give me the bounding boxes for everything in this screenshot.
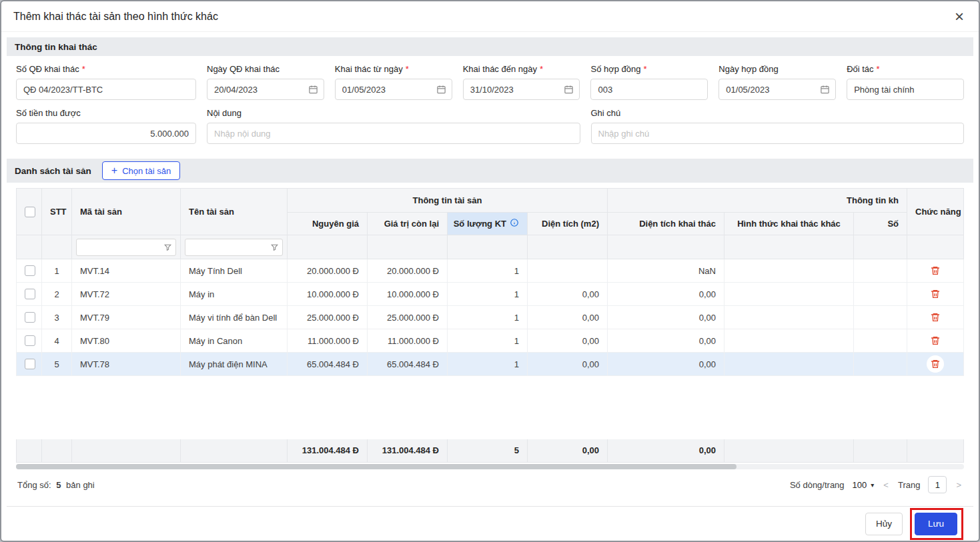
row-checkbox[interactable] — [25, 359, 35, 369]
table-row-selected: 5 MVT.78 Máy phát điện MINA 65.004.484 Đ… — [17, 353, 964, 376]
so-tien-thu-duoc-input[interactable] — [16, 123, 196, 144]
save-button[interactable]: Lưu — [915, 513, 957, 535]
ghi-chu-input[interactable] — [591, 123, 965, 144]
delete-row-button[interactable] — [927, 355, 944, 373]
filter-funnel-icon[interactable] — [270, 243, 279, 251]
required-asterisk — [406, 64, 409, 74]
header-nguyen-gia: Nguyên giá — [288, 213, 368, 235]
select-all-checkbox[interactable] — [25, 207, 35, 217]
ngay-hop-dong-input[interactable] — [718, 79, 836, 100]
cell-name: Máy vi tính để bàn Dell — [181, 306, 288, 329]
summary-cost: 131.004.484 Đ — [288, 439, 368, 463]
filter-ma-tai-san-input[interactable] — [76, 239, 176, 256]
prev-page-button[interactable]: < — [882, 480, 890, 490]
calendar-icon[interactable] — [308, 85, 318, 95]
cell-other-form — [724, 329, 854, 353]
delete-row-button[interactable] — [927, 285, 944, 303]
field-so-hop-dong: Số hợp đồng — [590, 64, 708, 100]
field-label: Ngày hợp đồng — [718, 64, 778, 74]
rows-per-page-value: 100 — [853, 480, 867, 490]
exploitation-form: Số QĐ khai thác Ngày QĐ khai thác Khai t… — [7, 56, 973, 155]
modal-header: Thêm khai thác tài sản theo hình thức kh… — [1, 1, 979, 32]
rows-per-page-select[interactable]: 100 ▾ — [853, 480, 875, 490]
row-checkbox[interactable] — [25, 312, 35, 323]
current-page-box[interactable]: 1 — [928, 476, 947, 493]
cell-qty: 1 — [448, 353, 528, 376]
table-row: 1 MVT.14 Máy Tính Dell 20.000.000 Đ 20.0… — [17, 259, 964, 283]
calendar-icon[interactable] — [436, 85, 446, 95]
row-checkbox[interactable] — [25, 289, 35, 299]
cell-extra — [854, 329, 907, 353]
row-checkbox[interactable] — [25, 265, 35, 276]
field-label: Đối tác — [847, 64, 873, 74]
assets-table-area: STT Mã tài sản Tên tài sản Thông tin tài… — [7, 188, 973, 463]
header-so-luong-kt: Số lượng KT — [448, 213, 528, 235]
cell-other-form — [724, 259, 854, 283]
cell-other-form — [724, 306, 854, 329]
ngay-qd-khai-thac-input[interactable] — [207, 79, 324, 100]
khai-thac-den-ngay-input[interactable] — [463, 79, 580, 100]
calendar-icon[interactable] — [820, 85, 830, 95]
table-row: 2 MVT.72 Máy in 10.000.000 Đ 10.000.000 … — [17, 283, 964, 306]
modal-dialog: Thêm khai thác tài sản theo hình thức kh… — [0, 0, 980, 542]
summary-remaining: 131.004.484 Đ — [368, 439, 448, 463]
cell-name: Máy Tính Dell — [181, 259, 288, 283]
cell-area — [528, 259, 608, 283]
choose-asset-button[interactable]: + Chọn tài sản — [102, 161, 180, 180]
field-khai-thac-tu-ngay: Khai thác từ ngày — [335, 64, 452, 100]
next-page-button[interactable]: > — [955, 480, 963, 490]
field-label: Ghi chú — [591, 108, 621, 118]
field-ngay-qd-khai-thac: Ngày QĐ khai thác — [207, 64, 324, 100]
delete-row-button[interactable] — [927, 309, 944, 326]
info-icon[interactable] — [510, 218, 519, 229]
cancel-button[interactable]: Hủy — [865, 513, 903, 535]
required-asterisk — [644, 64, 647, 74]
section-info-title: Thông tin khai thác — [15, 42, 97, 52]
so-qd-khai-thac-input[interactable] — [16, 79, 196, 100]
cell-cost: 65.004.484 Đ — [288, 353, 368, 376]
group-header-thong-tin-khai-thac: Thông tin kh — [608, 189, 907, 213]
delete-row-button[interactable] — [927, 332, 944, 349]
cell-extra — [854, 306, 907, 329]
field-khai-thac-den-ngay: Khai thác đến ngày — [463, 64, 580, 100]
table-filter-row — [17, 235, 964, 259]
calendar-icon[interactable] — [564, 85, 574, 95]
cell-code: MVT.78 — [72, 353, 181, 376]
cell-qty: 1 — [448, 329, 528, 353]
header-dien-tich: Diện tích (m2) — [528, 213, 608, 235]
required-asterisk — [82, 64, 85, 74]
filter-funnel-icon[interactable] — [163, 243, 172, 251]
section-info-header: Thông tin khai thác — [7, 37, 973, 56]
header-gia-tri-con-lai: Giá trị còn lại — [368, 213, 448, 235]
field-label: Số hợp đồng — [590, 64, 640, 74]
table-row: 4 MVT.80 Máy in Canon 11.000.000 Đ 11.00… — [17, 329, 964, 353]
field-label: Số tiền thu được — [16, 108, 81, 118]
table-group-header-row: STT Mã tài sản Tên tài sản Thông tin tài… — [17, 189, 964, 213]
cell-name: Máy in Canon — [181, 329, 288, 353]
cell-qty: 1 — [448, 259, 528, 283]
row-checkbox[interactable] — [25, 335, 35, 346]
total-count: 5 — [56, 480, 61, 490]
khai-thac-tu-ngay-input[interactable] — [335, 79, 452, 100]
so-hop-dong-input[interactable] — [590, 79, 708, 100]
filter-ten-tai-san-input[interactable] — [185, 239, 283, 256]
total-records: Tổng số: 5 bản ghi — [17, 480, 95, 490]
close-icon[interactable]: × — [955, 9, 964, 25]
delete-row-button[interactable] — [927, 262, 944, 279]
cell-other-form — [724, 353, 854, 376]
cell-exploit-area: 0,00 — [608, 329, 724, 353]
cell-area: 0,00 — [528, 283, 608, 306]
total-label: Tổng số: — [17, 480, 51, 490]
doi-tac-input[interactable] — [847, 79, 964, 100]
field-noi-dung: Nội dung — [207, 108, 580, 144]
horizontal-scrollbar-thumb[interactable] — [16, 464, 737, 469]
cell-remaining: 25.000.000 Đ — [368, 306, 448, 329]
horizontal-scrollbar-track[interactable] — [16, 464, 964, 469]
form-row-1: Số QĐ khai thác Ngày QĐ khai thác Khai t… — [16, 64, 964, 100]
noi-dung-input[interactable] — [207, 123, 580, 144]
field-doi-tac: Đối tác — [847, 64, 964, 100]
field-label: Ngày QĐ khai thác — [207, 64, 280, 74]
field-label: Khai thác đến ngày — [463, 64, 537, 74]
section-assets-title: Danh sách tài sản — [15, 166, 91, 176]
field-so-tien-thu-duoc: Số tiền thu được — [16, 108, 196, 144]
